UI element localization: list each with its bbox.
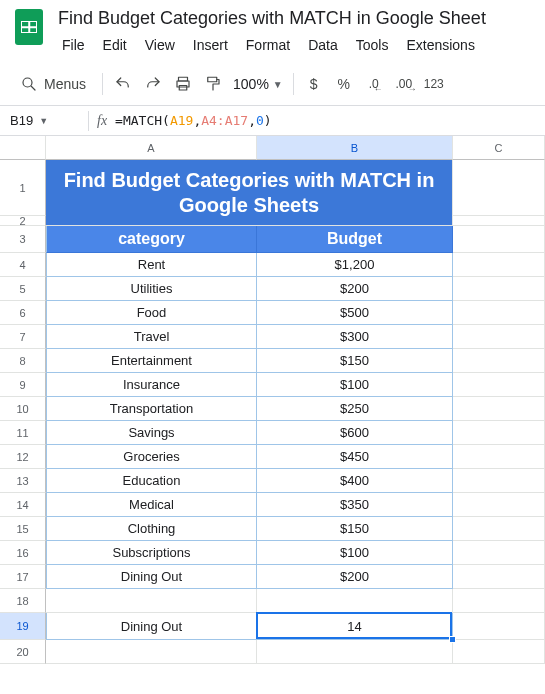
- undo-button[interactable]: [109, 70, 137, 98]
- menu-tools[interactable]: Tools: [348, 33, 397, 57]
- row-header-17[interactable]: 17: [0, 565, 46, 589]
- cell-C2[interactable]: [453, 216, 545, 226]
- row-header-1[interactable]: 1: [0, 160, 46, 216]
- sheet-title-cell[interactable]: Find Budget Categories with MATCH in Goo…: [46, 160, 453, 226]
- cell-C8[interactable]: [453, 349, 545, 373]
- cell-budget-10[interactable]: $250: [257, 397, 453, 421]
- row-header-2[interactable]: 2: [0, 216, 46, 226]
- cell-C18[interactable]: [453, 589, 545, 613]
- menu-format[interactable]: Format: [238, 33, 298, 57]
- cell-category-17[interactable]: Dining Out: [46, 565, 257, 589]
- name-box[interactable]: B19 ▼: [10, 113, 80, 128]
- cell-budget-13[interactable]: $400: [257, 469, 453, 493]
- cell-C4[interactable]: [453, 253, 545, 277]
- zoom-dropdown[interactable]: 100% ▼: [229, 76, 287, 92]
- cell-category-6[interactable]: Food: [46, 301, 257, 325]
- row-header-7[interactable]: 7: [0, 325, 46, 349]
- fill-handle[interactable]: [449, 636, 456, 643]
- cell-budget-7[interactable]: $300: [257, 325, 453, 349]
- formula-bar[interactable]: =MATCH(A19,A4:A17,0): [115, 113, 272, 128]
- cell-budget-15[interactable]: $150: [257, 517, 453, 541]
- cell-match-result[interactable]: 14: [257, 613, 453, 640]
- menu-insert[interactable]: Insert: [185, 33, 236, 57]
- cell-C19[interactable]: [453, 613, 545, 640]
- row-header-13[interactable]: 13: [0, 469, 46, 493]
- cell-A18[interactable]: [46, 589, 257, 613]
- cell-category-12[interactable]: Groceries: [46, 445, 257, 469]
- row-header-5[interactable]: 5: [0, 277, 46, 301]
- more-formats-button[interactable]: 123: [420, 70, 448, 98]
- document-title[interactable]: Find Budget Categories with MATCH in Goo…: [54, 6, 535, 31]
- sheets-app-icon[interactable]: [10, 8, 48, 46]
- redo-button[interactable]: [139, 70, 167, 98]
- cell-B20[interactable]: [257, 640, 453, 664]
- cell-budget-5[interactable]: $200: [257, 277, 453, 301]
- cell-C1[interactable]: [453, 160, 545, 216]
- cell-C3[interactable]: [453, 226, 545, 253]
- menu-data[interactable]: Data: [300, 33, 346, 57]
- menu-extensions[interactable]: Extensions: [398, 33, 482, 57]
- format-percent-button[interactable]: %: [330, 70, 358, 98]
- cell-category-13[interactable]: Education: [46, 469, 257, 493]
- cell-budget-11[interactable]: $600: [257, 421, 453, 445]
- row-header-16[interactable]: 16: [0, 541, 46, 565]
- cell-category-14[interactable]: Medical: [46, 493, 257, 517]
- menu-file[interactable]: File: [54, 33, 93, 57]
- cell-C5[interactable]: [453, 277, 545, 301]
- menu-view[interactable]: View: [137, 33, 183, 57]
- cell-C12[interactable]: [453, 445, 545, 469]
- cell-category-15[interactable]: Clothing: [46, 517, 257, 541]
- cell-category-7[interactable]: Travel: [46, 325, 257, 349]
- cell-category-11[interactable]: Savings: [46, 421, 257, 445]
- row-header-4[interactable]: 4: [0, 253, 46, 277]
- cell-budget-6[interactable]: $500: [257, 301, 453, 325]
- cell-budget-17[interactable]: $200: [257, 565, 453, 589]
- cell-C16[interactable]: [453, 541, 545, 565]
- cell-category-4[interactable]: Rent: [46, 253, 257, 277]
- cell-C13[interactable]: [453, 469, 545, 493]
- paint-format-button[interactable]: [199, 70, 227, 98]
- row-header-9[interactable]: 9: [0, 373, 46, 397]
- cell-budget-9[interactable]: $100: [257, 373, 453, 397]
- cell-category-8[interactable]: Entertainment: [46, 349, 257, 373]
- row-header-12[interactable]: 12: [0, 445, 46, 469]
- cell-C14[interactable]: [453, 493, 545, 517]
- row-header-18[interactable]: 18: [0, 589, 46, 613]
- cell-budget-8[interactable]: $150: [257, 349, 453, 373]
- cell-category-9[interactable]: Insurance: [46, 373, 257, 397]
- cell-C17[interactable]: [453, 565, 545, 589]
- cell-C15[interactable]: [453, 517, 545, 541]
- decrease-decimal-button[interactable]: .0 ←: [360, 70, 388, 98]
- cell-category-16[interactable]: Subscriptions: [46, 541, 257, 565]
- column-header-C[interactable]: C: [453, 136, 545, 160]
- cell-C10[interactable]: [453, 397, 545, 421]
- row-header-8[interactable]: 8: [0, 349, 46, 373]
- menu-edit[interactable]: Edit: [95, 33, 135, 57]
- cell-budget-16[interactable]: $100: [257, 541, 453, 565]
- table-header-budget[interactable]: Budget: [257, 226, 453, 253]
- column-header-A[interactable]: A: [46, 136, 257, 160]
- row-header-6[interactable]: 6: [0, 301, 46, 325]
- cell-budget-12[interactable]: $450: [257, 445, 453, 469]
- cell-category-5[interactable]: Utilities: [46, 277, 257, 301]
- row-header-15[interactable]: 15: [0, 517, 46, 541]
- column-header-B[interactable]: B: [257, 136, 453, 160]
- cell-C20[interactable]: [453, 640, 545, 664]
- cell-C6[interactable]: [453, 301, 545, 325]
- cell-C9[interactable]: [453, 373, 545, 397]
- row-header-3[interactable]: 3: [0, 226, 46, 253]
- menus-search-button[interactable]: Menus: [10, 69, 96, 99]
- row-header-19[interactable]: 19: [0, 613, 46, 640]
- select-all-corner[interactable]: [0, 136, 46, 160]
- format-currency-button[interactable]: $: [300, 70, 328, 98]
- cell-C11[interactable]: [453, 421, 545, 445]
- cell-C7[interactable]: [453, 325, 545, 349]
- table-header-category[interactable]: category: [46, 226, 257, 253]
- cell-lookup-category[interactable]: Dining Out: [46, 613, 257, 640]
- cell-A20[interactable]: [46, 640, 257, 664]
- row-header-11[interactable]: 11: [0, 421, 46, 445]
- row-header-20[interactable]: 20: [0, 640, 46, 664]
- increase-decimal-button[interactable]: .00 →: [390, 70, 418, 98]
- cell-B18[interactable]: [257, 589, 453, 613]
- row-header-14[interactable]: 14: [0, 493, 46, 517]
